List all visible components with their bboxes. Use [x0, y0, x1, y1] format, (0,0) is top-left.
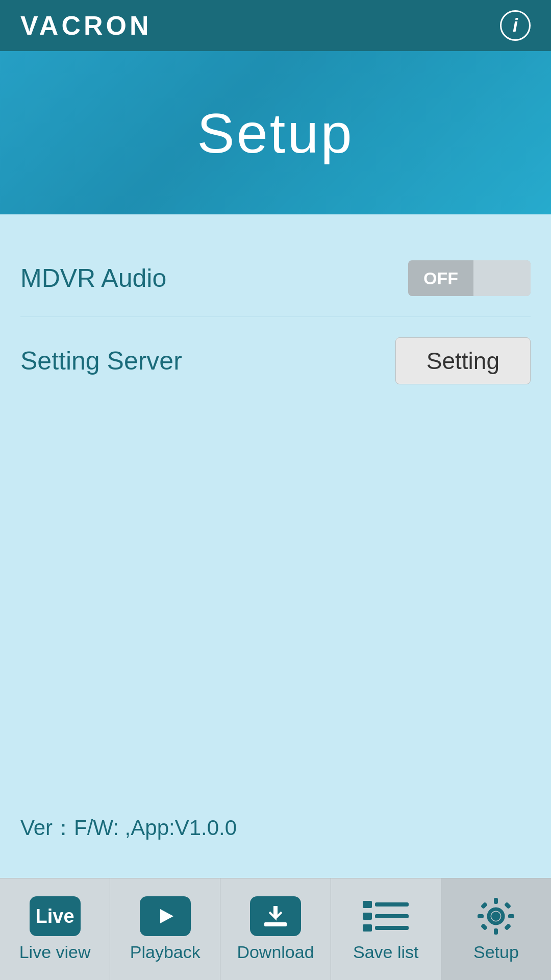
nav-item-playback[interactable]: Playback — [110, 878, 220, 980]
setting-server-label: Setting Server — [20, 346, 182, 376]
nav-label-setup: Setup — [473, 942, 519, 962]
mdvr-audio-toggle[interactable]: OFF — [408, 260, 531, 296]
svg-rect-4 — [273, 906, 278, 918]
svg-rect-16 — [508, 914, 514, 918]
svg-rect-8 — [375, 914, 409, 918]
nav-label-download: Download — [237, 942, 314, 962]
bottom-navigation: Live Live view Playback Download — [0, 878, 551, 980]
svg-rect-14 — [494, 928, 498, 935]
svg-rect-19 — [481, 923, 488, 930]
app-logo: VACRON — [20, 10, 152, 41]
setting-server-button[interactable]: Setting — [395, 337, 531, 384]
svg-rect-18 — [504, 902, 511, 909]
nav-item-download[interactable]: Download — [220, 878, 331, 980]
toggle-on-area[interactable] — [473, 260, 531, 296]
svg-rect-9 — [363, 924, 372, 932]
svg-point-11 — [491, 912, 500, 921]
version-text: Ver：F/W: ,App:V1.0.0 — [20, 814, 237, 852]
download-icon — [250, 896, 301, 936]
svg-rect-1 — [264, 922, 287, 926]
svg-rect-10 — [375, 926, 409, 930]
page-title: Setup — [197, 101, 354, 165]
svg-rect-20 — [504, 923, 511, 930]
live-view-icon: Live — [30, 896, 81, 936]
header: VACRON i — [0, 0, 551, 51]
svg-rect-7 — [363, 913, 372, 920]
svg-rect-17 — [481, 902, 488, 909]
svg-rect-15 — [478, 914, 484, 918]
svg-rect-13 — [494, 898, 498, 904]
hero-section: Setup — [0, 51, 551, 214]
playback-icon — [140, 896, 191, 936]
nav-label-save-list: Save list — [353, 942, 419, 962]
nav-item-save-list[interactable]: Save list — [331, 878, 441, 980]
toggle-off-label[interactable]: OFF — [408, 260, 473, 296]
setting-server-row: Setting Server Setting — [20, 317, 531, 405]
svg-rect-5 — [363, 901, 372, 908]
info-icon-button[interactable]: i — [500, 10, 531, 41]
mdvr-audio-row: MDVR Audio OFF — [20, 240, 531, 317]
nav-item-setup[interactable]: Setup — [441, 878, 551, 980]
setup-gear-icon — [470, 896, 521, 936]
nav-label-playback: Playback — [130, 942, 201, 962]
main-content: MDVR Audio OFF Setting Server Setting Ve… — [0, 214, 551, 878]
svg-rect-6 — [375, 902, 409, 906]
svg-marker-0 — [160, 909, 173, 923]
save-list-icon — [360, 896, 411, 936]
nav-item-live-view[interactable]: Live Live view — [0, 878, 110, 980]
version-container: Ver：F/W: ,App:V1.0.0 — [20, 405, 531, 852]
mdvr-audio-label: MDVR Audio — [20, 263, 166, 293]
nav-label-live-view: Live view — [19, 942, 91, 962]
